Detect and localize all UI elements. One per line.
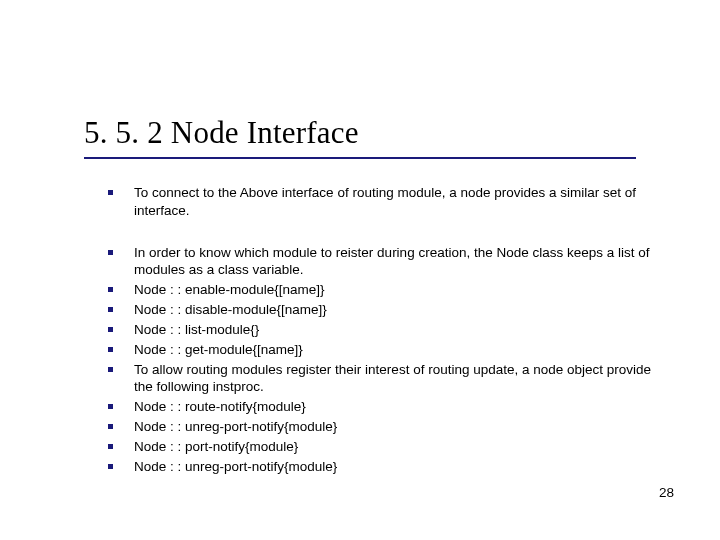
list-item: Node : : unreg-port-notify{module} bbox=[108, 458, 653, 476]
list-item-text: Node : : unreg-port-notify{module} bbox=[124, 458, 653, 476]
list-item: In order to know which module to reister… bbox=[108, 244, 653, 280]
list-item: Node : : port-notify{module} bbox=[108, 438, 653, 456]
list-item-text: Node : : unreg-port-notify{module} bbox=[124, 418, 653, 436]
list-item-text: Node : : disable-module{[name]} bbox=[124, 301, 653, 319]
list-item: Node : : route-notify{module} bbox=[108, 398, 653, 416]
list-item: Node : : disable-module{[name]} bbox=[108, 301, 653, 319]
square-bullet-icon bbox=[108, 458, 124, 469]
list-item-text: In order to know which module to reister… bbox=[124, 244, 653, 280]
slide-body: To connect to the Above interface of rou… bbox=[108, 184, 653, 477]
list-item-text: Node : : enable-module{[name]} bbox=[124, 281, 653, 299]
list-item: Node : : unreg-port-notify{module} bbox=[108, 418, 653, 436]
title-region: 5. 5. 2 Node Interface bbox=[0, 0, 720, 151]
list-item: Node : : enable-module{[name]} bbox=[108, 281, 653, 299]
square-bullet-icon bbox=[108, 341, 124, 352]
square-bullet-icon bbox=[108, 438, 124, 449]
square-bullet-icon bbox=[108, 184, 124, 195]
page-number: 28 bbox=[659, 485, 674, 500]
square-bullet-icon bbox=[108, 398, 124, 409]
list-item: Node : : get-module{[name]} bbox=[108, 341, 653, 359]
list-item-text: To connect to the Above interface of rou… bbox=[124, 184, 653, 220]
list-item: To allow routing modules register their … bbox=[108, 361, 653, 397]
square-bullet-icon bbox=[108, 418, 124, 429]
square-bullet-icon bbox=[108, 301, 124, 312]
square-bullet-icon bbox=[108, 361, 124, 372]
slide: 5. 5. 2 Node Interface To connect to the… bbox=[0, 0, 720, 540]
slide-title: 5. 5. 2 Node Interface bbox=[84, 115, 720, 151]
list-item: To connect to the Above interface of rou… bbox=[108, 184, 653, 220]
square-bullet-icon bbox=[108, 244, 124, 255]
list-item: Node : : list-module{} bbox=[108, 321, 653, 339]
list-item-text: Node : : get-module{[name]} bbox=[124, 341, 653, 359]
list-item-text: To allow routing modules register their … bbox=[124, 361, 653, 397]
square-bullet-icon bbox=[108, 321, 124, 332]
square-bullet-icon bbox=[108, 281, 124, 292]
list-item-text: Node : : route-notify{module} bbox=[124, 398, 653, 416]
list-item-text: Node : : port-notify{module} bbox=[124, 438, 653, 456]
title-underline bbox=[84, 157, 636, 159]
list-item-text: Node : : list-module{} bbox=[124, 321, 653, 339]
